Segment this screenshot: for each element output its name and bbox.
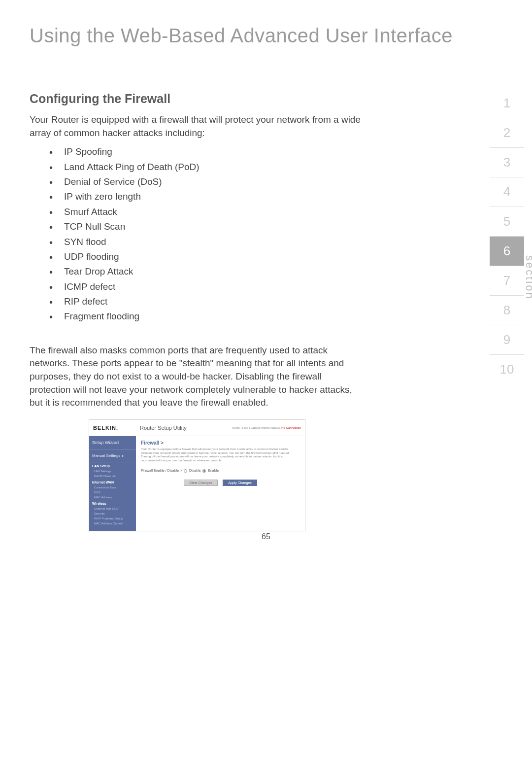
stealth-paragraph: The firewall also masks common ports tha… bbox=[30, 344, 365, 410]
page-number: 65 bbox=[0, 532, 532, 541]
section-nav-6[interactable]: 6 bbox=[490, 237, 524, 266]
content-area: Configuring the Firewall Your Router is … bbox=[30, 92, 365, 531]
sidebar-group: Wireless bbox=[89, 500, 136, 506]
sidebar-item: Security bbox=[89, 511, 136, 516]
section-nav-4[interactable]: 4 bbox=[490, 177, 524, 207]
manual-settings-link: Manual Settings bbox=[89, 449, 136, 462]
section-nav-9[interactable]: 9 bbox=[490, 325, 524, 355]
radio-disable bbox=[184, 469, 187, 473]
sidebar-item: DNS bbox=[89, 490, 136, 495]
list-item: Denial of Service (DoS) bbox=[49, 174, 365, 189]
sidebar-item: Connection Type bbox=[89, 485, 136, 490]
list-item: UDP flooding bbox=[49, 249, 365, 264]
attack-list: IP Spoofing Land Attack Ping of Death (P… bbox=[49, 144, 365, 324]
router-screenshot: BELKIN. Router Setup Utility Home | Help… bbox=[89, 419, 305, 531]
section-label: section bbox=[523, 255, 532, 300]
radio-label-enable: Enable bbox=[208, 469, 219, 472]
firewall-title: Firewall > bbox=[141, 440, 300, 446]
setup-wizard-link: Setup Wizard bbox=[89, 436, 136, 449]
top-links-text: Home | Help | Logout Internet Status: bbox=[232, 426, 281, 429]
list-item: IP with zero length bbox=[49, 189, 365, 204]
sidebar-item: DHCP Client List bbox=[89, 474, 136, 479]
firewall-desc: Your Router is equipped with a firewall … bbox=[141, 448, 300, 463]
section-nav-3[interactable]: 3 bbox=[490, 148, 524, 177]
radio-enable bbox=[202, 469, 206, 473]
section-nav-7[interactable]: 7 bbox=[490, 266, 524, 296]
list-item: SYN flood bbox=[49, 235, 365, 249]
list-item: ICMP defect bbox=[49, 279, 365, 294]
firewall-toggle-row: Firewall Enable / Disable > Disable Enab… bbox=[141, 469, 300, 473]
screenshot-main: Firewall > Your Router is equipped with … bbox=[136, 436, 305, 531]
sidebar-item: MAC Address Control bbox=[89, 521, 136, 526]
sidebar-item: Channel and SSID bbox=[89, 506, 136, 511]
section-nav-5[interactable]: 5 bbox=[490, 207, 524, 237]
belkin-logo: BELKIN. bbox=[89, 420, 136, 436]
radio-label-disable: Disable bbox=[189, 469, 200, 472]
connection-status: No Connection bbox=[281, 426, 301, 429]
sidebar-item: Wi-Fi Protected Setup bbox=[89, 516, 136, 521]
section-nav-10[interactable]: 10 bbox=[490, 355, 524, 384]
screenshot-header: BELKIN. Router Setup Utility Home | Help… bbox=[89, 420, 305, 436]
list-item: RIP defect bbox=[49, 294, 365, 309]
list-item: IP Spoofing bbox=[49, 144, 365, 159]
list-item: Land Attack Ping of Death (PoD) bbox=[49, 160, 365, 174]
page-title: Using the Web-Based Advanced User Interf… bbox=[30, 25, 502, 52]
list-item: Tear Drop Attack bbox=[49, 264, 365, 279]
screenshot-title-area: Router Setup Utility Home | Help | Logou… bbox=[136, 420, 305, 436]
list-item: Smurf Attack bbox=[49, 205, 365, 219]
list-item: TCP Null Scan bbox=[49, 219, 365, 234]
apply-changes-button: Apply Changes bbox=[223, 480, 257, 486]
screenshot-sidebar: Setup Wizard Manual Settings LAN Setup L… bbox=[89, 436, 136, 531]
list-item: Fragment flooding bbox=[49, 309, 365, 324]
button-row: Clear Changes Apply Changes bbox=[141, 480, 300, 486]
sidebar-group: LAN Setup bbox=[89, 462, 136, 469]
section-nav-2[interactable]: 2 bbox=[490, 118, 524, 148]
row-label: Firewall Enable / Disable > bbox=[141, 469, 182, 472]
screenshot-body: Setup Wizard Manual Settings LAN Setup L… bbox=[89, 436, 305, 531]
section-nav-1[interactable]: 1 bbox=[490, 89, 524, 118]
sidebar-item: MAC Address bbox=[89, 495, 136, 500]
subtitle: Configuring the Firewall bbox=[30, 92, 365, 106]
section-nav: 1 2 3 4 5 6 7 8 9 10 bbox=[490, 89, 524, 384]
top-links: Home | Help | Logout Internet Status: No… bbox=[232, 426, 301, 429]
intro-paragraph: Your Router is equipped with a firewall … bbox=[30, 113, 365, 139]
section-nav-8[interactable]: 8 bbox=[490, 296, 524, 325]
sidebar-item: LAN Settings bbox=[89, 469, 136, 474]
clear-changes-button: Clear Changes bbox=[184, 480, 218, 486]
sidebar-group: Internet WAN bbox=[89, 479, 136, 485]
utility-title: Router Setup Utility bbox=[140, 425, 187, 431]
